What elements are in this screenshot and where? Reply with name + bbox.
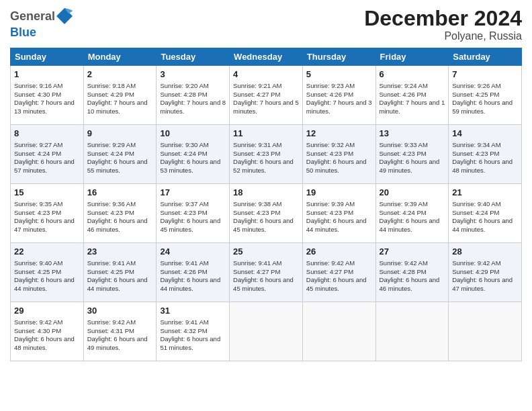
table-cell: 3Sunrise: 9:20 AMSunset: 4:28 PMDaylight… <box>157 66 230 125</box>
day-number: 19 <box>306 187 372 199</box>
cell-content: 31Sunrise: 9:41 AMSunset: 4:32 PMDayligh… <box>160 305 226 353</box>
day-number: 18 <box>233 187 299 199</box>
calendar-week-row: 8Sunrise: 9:27 AMSunset: 4:24 PMDaylight… <box>11 125 522 184</box>
day-number: 10 <box>160 128 226 140</box>
cell-content: 19Sunrise: 9:39 AMSunset: 4:23 PMDayligh… <box>306 187 372 234</box>
col-monday: Monday <box>83 48 157 66</box>
table-cell: 29Sunrise: 9:42 AMSunset: 4:30 PMDayligh… <box>11 302 84 361</box>
day-number: 15 <box>14 187 80 199</box>
table-cell: 4Sunrise: 9:21 AMSunset: 4:27 PMDaylight… <box>230 66 303 125</box>
cell-content: 16Sunrise: 9:36 AMSunset: 4:23 PMDayligh… <box>87 187 153 234</box>
day-number: 13 <box>380 128 445 140</box>
table-cell <box>302 302 375 361</box>
day-number: 25 <box>233 246 299 258</box>
table-cell: 5Sunrise: 9:23 AMSunset: 4:26 PMDaylight… <box>302 66 375 125</box>
day-number: 6 <box>380 68 445 81</box>
day-number: 1 <box>14 68 80 81</box>
calendar-week-row: 22Sunrise: 9:40 AMSunset: 4:25 PMDayligh… <box>11 243 522 302</box>
cell-content: 9Sunrise: 9:29 AMSunset: 4:24 PMDaylight… <box>87 128 153 175</box>
col-saturday: Saturday <box>449 48 522 66</box>
table-cell: 9Sunrise: 9:29 AMSunset: 4:24 PMDaylight… <box>83 125 157 184</box>
title-month: December 2024 <box>364 7 522 30</box>
cell-content: 6Sunrise: 9:24 AMSunset: 4:26 PMDaylight… <box>380 68 445 116</box>
cell-content: 18Sunrise: 9:38 AMSunset: 4:23 PMDayligh… <box>233 187 299 234</box>
table-cell: 15Sunrise: 9:35 AMSunset: 4:23 PMDayligh… <box>11 184 84 243</box>
cell-content: 2Sunrise: 9:18 AMSunset: 4:29 PMDaylight… <box>87 68 153 116</box>
day-number: 17 <box>160 187 226 199</box>
cell-content: 17Sunrise: 9:37 AMSunset: 4:23 PMDayligh… <box>160 187 226 234</box>
table-cell: 19Sunrise: 9:39 AMSunset: 4:23 PMDayligh… <box>302 184 375 243</box>
day-number: 14 <box>452 128 518 140</box>
table-cell: 16Sunrise: 9:36 AMSunset: 4:23 PMDayligh… <box>83 184 157 243</box>
day-number: 2 <box>87 68 153 81</box>
table-cell: 14Sunrise: 9:34 AMSunset: 4:23 PMDayligh… <box>449 125 522 184</box>
table-cell: 12Sunrise: 9:32 AMSunset: 4:23 PMDayligh… <box>302 125 375 184</box>
cell-content: 20Sunrise: 9:39 AMSunset: 4:24 PMDayligh… <box>380 187 445 234</box>
day-number: 22 <box>14 246 80 258</box>
table-cell: 22Sunrise: 9:40 AMSunset: 4:25 PMDayligh… <box>11 243 84 302</box>
page-container: General Blue December 2024 Polyane, Russ… <box>0 0 532 411</box>
title-location: Polyane, Russia <box>364 30 522 42</box>
cell-content: 28Sunrise: 9:42 AMSunset: 4:29 PMDayligh… <box>452 246 518 293</box>
calendar-week-row: 29Sunrise: 9:42 AMSunset: 4:30 PMDayligh… <box>11 302 522 361</box>
table-cell: 7Sunrise: 9:26 AMSunset: 4:25 PMDaylight… <box>449 66 522 125</box>
logo-icon <box>55 7 74 26</box>
col-thursday: Thursday <box>302 48 375 66</box>
day-number: 23 <box>87 246 153 258</box>
col-sunday: Sunday <box>11 48 84 66</box>
table-cell: 23Sunrise: 9:41 AMSunset: 4:25 PMDayligh… <box>83 243 157 302</box>
col-friday: Friday <box>375 48 449 66</box>
day-number: 29 <box>14 305 80 317</box>
cell-content: 5Sunrise: 9:23 AMSunset: 4:26 PMDaylight… <box>306 68 372 116</box>
day-number: 11 <box>233 128 299 140</box>
table-cell: 26Sunrise: 9:42 AMSunset: 4:27 PMDayligh… <box>302 243 375 302</box>
logo-text-block: General Blue <box>10 7 74 40</box>
day-number: 9 <box>87 128 153 140</box>
table-cell: 25Sunrise: 9:41 AMSunset: 4:27 PMDayligh… <box>230 243 303 302</box>
day-number: 7 <box>452 68 518 81</box>
cell-content: 14Sunrise: 9:34 AMSunset: 4:23 PMDayligh… <box>452 128 518 175</box>
table-cell: 27Sunrise: 9:42 AMSunset: 4:28 PMDayligh… <box>375 243 449 302</box>
day-number: 3 <box>160 68 226 81</box>
day-number: 26 <box>306 246 372 258</box>
table-cell: 2Sunrise: 9:18 AMSunset: 4:29 PMDaylight… <box>83 66 157 125</box>
table-cell: 31Sunrise: 9:41 AMSunset: 4:32 PMDayligh… <box>157 302 230 361</box>
title-block: December 2024 Polyane, Russia <box>364 7 522 42</box>
table-cell <box>449 302 522 361</box>
table-cell: 18Sunrise: 9:38 AMSunset: 4:23 PMDayligh… <box>230 184 303 243</box>
table-cell: 1Sunrise: 9:16 AMSunset: 4:30 PMDaylight… <box>11 66 84 125</box>
cell-content: 3Sunrise: 9:20 AMSunset: 4:28 PMDaylight… <box>160 68 226 116</box>
table-cell: 6Sunrise: 9:24 AMSunset: 4:26 PMDaylight… <box>375 66 449 125</box>
day-number: 8 <box>14 128 80 140</box>
calendar-header-row: Sunday Monday Tuesday Wednesday Thursday… <box>11 48 522 66</box>
logo-general: General <box>10 9 55 24</box>
cell-content: 24Sunrise: 9:41 AMSunset: 4:26 PMDayligh… <box>160 246 226 293</box>
calendar-table: Sunday Monday Tuesday Wednesday Thursday… <box>10 48 522 361</box>
day-number: 5 <box>306 68 372 81</box>
cell-content: 4Sunrise: 9:21 AMSunset: 4:27 PMDaylight… <box>233 68 299 116</box>
table-cell: 8Sunrise: 9:27 AMSunset: 4:24 PMDaylight… <box>11 125 84 184</box>
table-cell <box>375 302 449 361</box>
cell-content: 23Sunrise: 9:41 AMSunset: 4:25 PMDayligh… <box>87 246 153 293</box>
cell-content: 25Sunrise: 9:41 AMSunset: 4:27 PMDayligh… <box>233 246 299 293</box>
calendar-week-row: 1Sunrise: 9:16 AMSunset: 4:30 PMDaylight… <box>11 66 522 125</box>
day-number: 21 <box>452 187 518 199</box>
calendar-week-row: 15Sunrise: 9:35 AMSunset: 4:23 PMDayligh… <box>11 184 522 243</box>
cell-content: 15Sunrise: 9:35 AMSunset: 4:23 PMDayligh… <box>14 187 80 234</box>
logo-blue: Blue <box>10 26 36 39</box>
cell-content: 1Sunrise: 9:16 AMSunset: 4:30 PMDaylight… <box>14 68 80 116</box>
table-cell <box>230 302 303 361</box>
cell-content: 21Sunrise: 9:40 AMSunset: 4:24 PMDayligh… <box>452 187 518 234</box>
day-number: 30 <box>87 305 153 317</box>
table-cell: 13Sunrise: 9:33 AMSunset: 4:23 PMDayligh… <box>375 125 449 184</box>
cell-content: 26Sunrise: 9:42 AMSunset: 4:27 PMDayligh… <box>306 246 372 293</box>
col-wednesday: Wednesday <box>230 48 303 66</box>
table-cell: 17Sunrise: 9:37 AMSunset: 4:23 PMDayligh… <box>157 184 230 243</box>
table-cell: 28Sunrise: 9:42 AMSunset: 4:29 PMDayligh… <box>449 243 522 302</box>
table-cell: 20Sunrise: 9:39 AMSunset: 4:24 PMDayligh… <box>375 184 449 243</box>
header: General Blue December 2024 Polyane, Russ… <box>10 7 522 42</box>
table-cell: 30Sunrise: 9:42 AMSunset: 4:31 PMDayligh… <box>83 302 157 361</box>
day-number: 16 <box>87 187 153 199</box>
day-number: 24 <box>160 246 226 258</box>
cell-content: 10Sunrise: 9:30 AMSunset: 4:24 PMDayligh… <box>160 128 226 175</box>
